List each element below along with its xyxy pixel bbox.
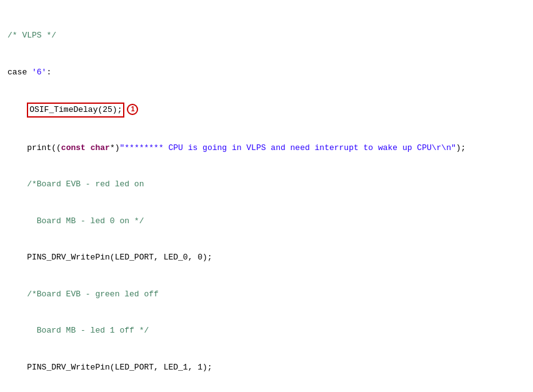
line-1: /* VLPS */ bbox=[7, 29, 526, 42]
line-10: PINS_DRV_WritePin(LED_PORT, LED_1, 1); bbox=[7, 361, 526, 374]
line-7: PINS_DRV_WritePin(LED_PORT, LED_0, 0); bbox=[7, 251, 526, 264]
line-9: Board MB - led 1 off */ bbox=[7, 324, 526, 337]
badge-1: 1 bbox=[127, 104, 138, 115]
line-6: Board MB - led 0 on */ bbox=[7, 215, 526, 228]
line-3: OSIF_TimeDelay(25);1 bbox=[7, 103, 526, 118]
line-5: /*Board EVB - red led on bbox=[7, 178, 526, 191]
line-4: print((const char*)"******** CPU is goin… bbox=[7, 142, 526, 154]
highlight-timedelay: OSIF_TimeDelay(25); bbox=[27, 103, 124, 118]
line-2: case '6': bbox=[7, 66, 526, 79]
code-block: /* VLPS */ case '6': OSIF_TimeDelay(25);… bbox=[7, 5, 526, 392]
line-8: /*Board EVB - green led off bbox=[7, 288, 526, 301]
